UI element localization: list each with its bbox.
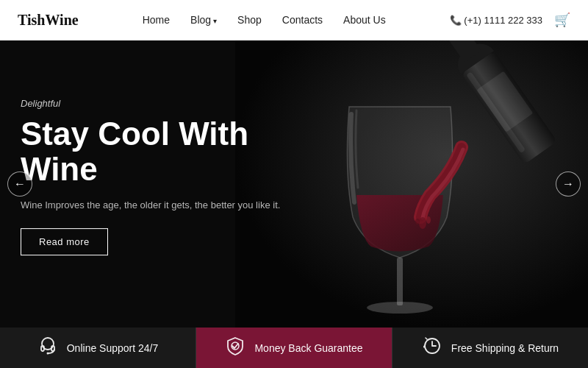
nav-shop[interactable]: Shop — [237, 14, 262, 26]
guarantee-label: Money Back Guarantee — [254, 342, 362, 354]
hero-cta-button[interactable]: Read more — [21, 228, 108, 255]
bottom-item-guarantee: Money Back Guarantee — [196, 328, 392, 368]
nav-links: Home Blog▾ Shop Contacts About Us — [143, 13, 386, 26]
svg-point-14 — [46, 352, 49, 354]
svg-point-2 — [367, 302, 433, 314]
brand-logo[interactable]: TishWine — [18, 12, 79, 29]
nav-about[interactable]: About Us — [343, 14, 386, 26]
svg-point-8 — [419, 217, 426, 229]
headset-icon — [37, 336, 58, 361]
svg-point-10 — [415, 219, 420, 224]
support-label: Online Support 24/7 — [67, 342, 159, 354]
bottom-item-support: Online Support 24/7 — [0, 328, 196, 368]
nav-home[interactable]: Home — [143, 14, 170, 26]
hero-content: Delightful Stay Cool With Wine Wine Impr… — [21, 98, 300, 255]
nav-blog[interactable]: Blog▾ — [190, 14, 217, 26]
hero-subtitle: Wine Improves the age, the older it gets… — [21, 199, 300, 210]
cart-icon[interactable]: 🛒 — [554, 12, 570, 28]
shield-icon — [225, 336, 245, 361]
phone-icon: 📞 — [450, 15, 465, 26]
svg-rect-1 — [397, 258, 403, 305]
bottom-item-shipping: Free Shipping & Return — [392, 328, 588, 368]
hero-tagline: Delightful — [21, 98, 300, 109]
hero-prev-arrow[interactable]: ← — [7, 171, 32, 197]
nav-contacts[interactable]: Contacts — [282, 14, 323, 26]
blog-dropdown-arrow: ▾ — [213, 17, 217, 25]
navbar-right: 📞 (+1) 1111 222 333 🛒 — [450, 12, 570, 28]
clock-icon — [422, 336, 442, 361]
shipping-label: Free Shipping & Return — [451, 342, 559, 354]
hero-title: Stay Cool With Wine — [21, 116, 300, 188]
navbar: TishWine Home Blog▾ Shop Contacts About … — [0, 0, 588, 40]
phone-number: 📞 (+1) 1111 222 333 — [450, 15, 542, 26]
bottom-bar: Online Support 24/7 Money Back Guarantee… — [0, 328, 588, 368]
hero-next-arrow[interactable]: → — [556, 171, 581, 197]
svg-point-9 — [426, 216, 431, 224]
hero-section: Delightful Stay Cool With Wine Wine Impr… — [0, 40, 588, 328]
